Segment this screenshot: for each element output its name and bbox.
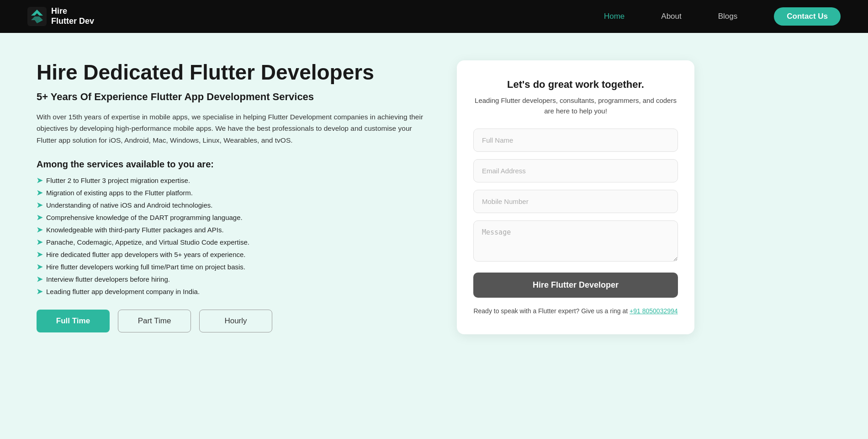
contact-us-button[interactable]: Contact Us	[774, 7, 841, 26]
service-text: Panache, Codemagic, Appetize, and Virtua…	[46, 238, 249, 246]
service-item: ➤Hire flutter developers working full ti…	[37, 262, 429, 271]
submit-button[interactable]: Hire Flutter Developer	[473, 273, 678, 298]
chevron-icon: ➤	[37, 213, 42, 222]
service-item: ➤Hire dedicated flutter app developers w…	[37, 250, 429, 259]
service-item: ➤Migration of existing apps to the Flutt…	[37, 188, 429, 197]
services-heading: Among the services available to you are:	[37, 159, 429, 170]
description: With over 15th years of expertise in mob…	[37, 111, 429, 146]
employment-buttons: Full Time Part Time Hourly	[37, 310, 429, 332]
service-item: ➤Knowledgeable with third-party Flutter …	[37, 225, 429, 234]
hourly-button[interactable]: Hourly	[199, 310, 272, 332]
service-text: Migration of existing apps to the Flutte…	[46, 189, 193, 197]
right-section: Let's do great work together. Leading Fl…	[457, 60, 694, 334]
main-content: Hire Dedicated Flutter Developers 5+ Yea…	[0, 33, 868, 362]
fulltime-button[interactable]: Full Time	[37, 310, 110, 332]
sub-title: 5+ Years Of Experience Flutter App Devel…	[37, 91, 429, 103]
chevron-icon: ➤	[37, 287, 42, 296]
nav-blogs[interactable]: Blogs	[718, 12, 738, 21]
service-item: ➤Interview flutter developers before hir…	[37, 275, 429, 284]
service-item: ➤Flutter 2 to Flutter 3 project migratio…	[37, 176, 429, 185]
form-card: Let's do great work together. Leading Fl…	[457, 60, 694, 334]
service-text: Knowledgeable with third-party Flutter p…	[46, 226, 224, 234]
service-text: Hire flutter developers working full tim…	[46, 263, 245, 271]
message-textarea[interactable]	[473, 220, 678, 262]
service-item: ➤Panache, Codemagic, Appetize, and Virtu…	[37, 238, 429, 246]
chevron-icon: ➤	[37, 262, 42, 271]
navbar-links: Home About Blogs Contact Us	[604, 7, 841, 26]
form-subtitle: Leading Flutter developers, consultants,…	[473, 95, 678, 117]
chevron-icon: ➤	[37, 225, 42, 234]
service-item: ➤Understanding of native iOS and Android…	[37, 201, 429, 209]
service-text: Hire dedicated flutter app developers wi…	[46, 251, 246, 258]
form-footer: Ready to speak with a Flutter expert? Gi…	[473, 306, 678, 316]
nav-about[interactable]: About	[661, 12, 681, 21]
logo-text: Hire Flutter Dev	[51, 6, 94, 26]
service-item: ➤Comprehensive knowledge of the DART pro…	[37, 213, 429, 222]
service-text: Understanding of native iOS and Android …	[46, 201, 212, 209]
phone-link[interactable]: +91 8050032994	[630, 307, 678, 315]
service-text: Leading flutter app development company …	[46, 288, 200, 295]
nav-home[interactable]: Home	[604, 12, 625, 21]
navbar: Hire Flutter Dev Home About Blogs Contac…	[0, 0, 868, 33]
service-item: ➤Leading flutter app development company…	[37, 287, 429, 296]
logo[interactable]: Hire Flutter Dev	[27, 6, 94, 26]
chevron-icon: ➤	[37, 238, 42, 246]
logo-icon	[27, 7, 47, 26]
service-text: Flutter 2 to Flutter 3 project migration…	[46, 177, 190, 184]
service-text: Interview flutter developers before hiri…	[46, 275, 170, 283]
services-list: ➤Flutter 2 to Flutter 3 project migratio…	[37, 176, 429, 296]
chevron-icon: ➤	[37, 250, 42, 259]
chevron-icon: ➤	[37, 188, 42, 197]
chevron-icon: ➤	[37, 201, 42, 209]
form-title: Let's do great work together.	[473, 79, 678, 91]
email-input[interactable]	[473, 159, 678, 182]
parttime-button[interactable]: Part Time	[118, 310, 191, 332]
service-text: Comprehensive knowledge of the DART prog…	[46, 214, 243, 221]
fullname-input[interactable]	[473, 128, 678, 152]
chevron-icon: ➤	[37, 275, 42, 284]
left-section: Hire Dedicated Flutter Developers 5+ Yea…	[37, 60, 429, 332]
main-title: Hire Dedicated Flutter Developers	[37, 60, 429, 85]
chevron-icon: ➤	[37, 176, 42, 185]
mobile-input[interactable]	[473, 190, 678, 213]
